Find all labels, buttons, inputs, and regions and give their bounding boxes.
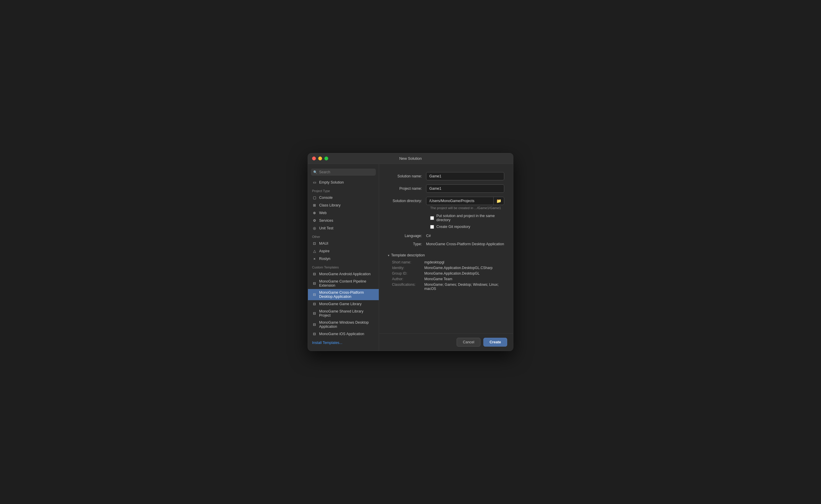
sidebar-item-monogame-game-library[interactable]: MonoGame Game Library — [308, 300, 379, 308]
sidebar-item-console[interactable]: Console — [308, 194, 379, 201]
identity-label: Identity: — [392, 266, 424, 270]
sidebar-item-services[interactable]: Services — [308, 217, 379, 224]
group-id-row: Group ID: MonoGame.Application.DesktopGL — [392, 271, 504, 275]
author-label: Author: — [392, 277, 424, 281]
sidebar: Empty Solution Project Type Console Clas… — [308, 164, 379, 351]
close-button[interactable] — [312, 157, 316, 160]
sidebar-item-monogame-content-pipeline[interactable]: MonoGame Content Pipeline Extension — [308, 278, 379, 289]
group-id-value: MonoGame.Application.DesktopGL — [424, 271, 480, 275]
short-name-value: mgdesktopgl — [424, 260, 444, 264]
sidebar-item-label: Web — [319, 211, 326, 215]
sidebar-item-empty-solution[interactable]: Empty Solution — [308, 179, 379, 186]
sidebar-item-label: Aspire — [319, 249, 329, 253]
unit-test-icon — [312, 226, 317, 231]
sidebar-item-label: Class Library — [319, 203, 340, 207]
project-path-hint: The project will be created in .../Game1… — [430, 206, 504, 210]
dialog-footer: Cancel Create — [379, 333, 513, 351]
language-value: C# — [426, 234, 431, 238]
same-directory-checkbox[interactable] — [430, 216, 434, 220]
folder-icon: 📁 — [496, 199, 501, 203]
search-box[interactable] — [311, 169, 376, 176]
sidebar-item-label: MonoGame Android Application — [319, 272, 370, 276]
sidebar-item-web[interactable]: Web — [308, 209, 379, 217]
search-input[interactable] — [319, 170, 373, 174]
create-git-label[interactable]: Create Git repository — [437, 225, 470, 229]
sidebar-item-monogame-shared-library[interactable]: MonoGame Shared Library Project — [308, 308, 379, 319]
template-toggle[interactable]: ▾ Template description — [388, 253, 504, 257]
section-label-custom-templates: Custom Templates — [308, 263, 379, 270]
sidebar-item-label: Roslyn — [319, 257, 330, 261]
custom-icon — [312, 322, 317, 327]
sidebar-item-monogame-ios[interactable]: MonoGame iOS Application — [308, 330, 379, 338]
sidebar-item-label: MonoGame Shared Library Project — [319, 309, 374, 317]
sidebar-item-unit-test[interactable]: Unit Test — [308, 224, 379, 232]
sidebar-item-label: MonoGame iOS Application — [319, 332, 364, 336]
sidebar-item-aspire[interactable]: Aspire — [308, 247, 379, 255]
group-id-label: Group ID: — [392, 271, 424, 275]
classifications-row: Classifications: MonoGame; Games; Deskto… — [392, 283, 504, 291]
language-row: Language: C# — [388, 234, 504, 238]
services-icon — [312, 218, 317, 223]
traffic-lights — [312, 157, 328, 160]
aspire-icon — [312, 249, 317, 253]
solution-directory-row: Solution directory: 📁 — [388, 197, 504, 205]
template-description-section: ▾ Template description Short name: mgdes… — [388, 253, 504, 291]
create-button[interactable]: Create — [484, 338, 507, 347]
empty-solution-icon — [312, 180, 317, 185]
same-directory-label[interactable]: Put solution and project in the same dir… — [437, 214, 504, 222]
sidebar-item-label: MonoGame Cross-Platform Desktop Applicat… — [319, 290, 374, 299]
browse-button[interactable]: 📁 — [493, 197, 504, 205]
sidebar-item-label: Unit Test — [319, 226, 333, 230]
sidebar-item-label: MAUI — [319, 241, 328, 246]
short-name-row: Short name: mgdesktopgl — [392, 260, 504, 264]
type-row: Type: MonoGame Cross-Platform Desktop Ap… — [388, 242, 504, 246]
section-label-project-type: Project Type — [308, 186, 379, 194]
web-icon — [312, 211, 317, 215]
empty-solution-label: Empty Solution — [319, 180, 344, 184]
solution-directory-label: Solution directory: — [388, 199, 426, 203]
sidebar-item-monogame-cross-platform[interactable]: MonoGame Cross-Platform Desktop Applicat… — [308, 289, 379, 300]
project-name-row: Project name: — [388, 184, 504, 193]
directory-input-wrap: 📁 — [426, 197, 504, 205]
console-icon — [312, 195, 317, 200]
minimize-button[interactable] — [318, 157, 322, 160]
create-git-checkbox[interactable] — [430, 225, 434, 229]
library-icon — [312, 203, 317, 208]
solution-name-input[interactable] — [426, 172, 504, 180]
custom-icon — [312, 311, 317, 316]
sidebar-item-maui[interactable]: MAUI — [308, 240, 379, 247]
search-icon — [313, 170, 317, 174]
project-name-input[interactable] — [426, 184, 504, 193]
solution-name-label: Solution name: — [388, 174, 426, 178]
type-label: Type: — [388, 242, 426, 246]
custom-icon — [312, 332, 317, 336]
template-description-label: Template description — [391, 253, 425, 257]
roslyn-icon — [312, 256, 317, 261]
custom-icon — [312, 272, 317, 276]
section-label-other: Other — [308, 232, 379, 240]
short-name-label: Short name: — [392, 260, 424, 264]
directory-input[interactable] — [427, 197, 493, 205]
solution-name-row: Solution name: — [388, 172, 504, 180]
custom-icon — [312, 302, 317, 306]
cancel-button[interactable]: Cancel — [457, 338, 481, 347]
sidebar-item-label: Console — [319, 196, 332, 200]
sidebar-item-monogame-windows-desktop[interactable]: MonoGame Windows Desktop Application — [308, 319, 379, 330]
title-bar: New Solution — [308, 153, 513, 164]
create-git-row: Create Git repository — [430, 225, 504, 229]
author-value: MonoGame Team — [424, 277, 452, 281]
type-value: MonoGame Cross-Platform Desktop Applicat… — [426, 242, 504, 246]
language-label: Language: — [388, 234, 426, 238]
chevron-down-icon: ▾ — [388, 254, 389, 257]
install-templates-link[interactable]: Install Templates... — [308, 338, 379, 348]
identity-row: Identity: MonoGame.Application.DesktopGL… — [392, 266, 504, 270]
maximize-button[interactable] — [324, 157, 328, 160]
author-row: Author: MonoGame Team — [392, 277, 504, 281]
sidebar-item-monogame-android[interactable]: MonoGame Android Application — [308, 270, 379, 278]
same-directory-row: Put solution and project in the same dir… — [430, 214, 504, 222]
dialog-body: Empty Solution Project Type Console Clas… — [308, 164, 513, 351]
custom-icon — [312, 281, 317, 286]
maui-icon — [312, 241, 317, 246]
sidebar-item-roslyn[interactable]: Roslyn — [308, 255, 379, 263]
sidebar-item-class-library[interactable]: Class Library — [308, 201, 379, 209]
